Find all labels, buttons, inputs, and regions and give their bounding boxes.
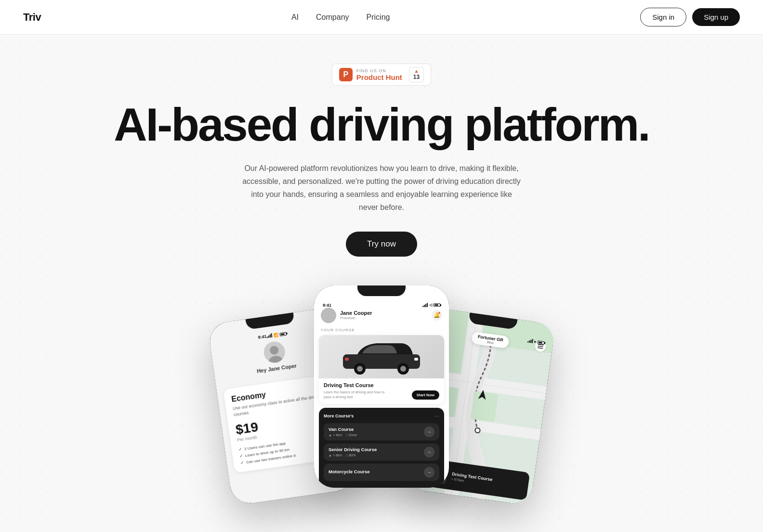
svg-rect-26	[537, 347, 543, 349]
check-icon-3: ✓	[240, 460, 244, 465]
course-senior-name: Senior Driving Course	[329, 447, 377, 452]
battery-tip-left	[286, 332, 288, 334]
hero-section: P FIND US ON Product Hunt ▲ 13 AI-based …	[0, 35, 763, 285]
nav-pricing[interactable]: Pricing	[367, 13, 390, 22]
course-van-name: Van Course	[329, 427, 357, 432]
bell-icon[interactable]: 🔔	[432, 310, 442, 321]
more-dots-icon: ···	[434, 413, 439, 419]
battery-fill-left	[280, 333, 284, 335]
senior-distance: ▲ > 8km	[329, 454, 342, 457]
battery-center	[434, 303, 440, 307]
course-van[interactable]: Van Course ▲ > 4km □ Done →	[324, 423, 439, 441]
car-image	[319, 335, 444, 378]
svg-point-8	[400, 366, 406, 372]
more-courses-title: More Course's	[324, 414, 354, 418]
status-icons-center: ◁	[422, 303, 440, 307]
svg-point-0	[269, 345, 279, 355]
course-van-info: Van Course ▲ > 4km □ Done	[329, 427, 357, 437]
main-course-title: Driving Test Course	[324, 382, 439, 388]
svg-point-6	[357, 366, 363, 372]
main-course-desc: Learn the basics of driving and how to p…	[324, 390, 386, 400]
signal-center	[422, 303, 428, 307]
distance-icon-senior: ▲	[329, 454, 332, 457]
signal-c-4	[427, 303, 428, 307]
senior-arrow-btn[interactable]: →	[424, 447, 434, 457]
phone-center: 9:41 ◁	[314, 285, 449, 488]
signup-button[interactable]: Sign up	[692, 8, 740, 26]
ph-logo-icon: P	[339, 68, 353, 81]
svg-rect-10	[345, 358, 349, 361]
course-motorcycle[interactable]: Motorcycle Course →	[324, 464, 439, 481]
car-svg	[338, 337, 425, 376]
avatar-left	[263, 340, 287, 364]
wifi-icon-center: ◁	[429, 303, 432, 307]
wifi-icon-left: 📶	[273, 332, 278, 337]
ph-find-us-label: FIND US ON	[356, 68, 386, 73]
signin-button[interactable]: Sign in	[640, 8, 686, 26]
hero-subtitle: Our AI-powered platform revolutionizes h…	[242, 162, 521, 214]
start-now-button[interactable]: Start Now	[412, 390, 439, 400]
signal-c-3	[425, 304, 426, 307]
center-user-name: Jane Cooper	[340, 310, 372, 316]
battery-left	[279, 332, 287, 336]
check-icon-1: ✓	[238, 447, 242, 452]
center-user-badge: Premium	[340, 316, 372, 320]
time-center: 9:41	[323, 303, 331, 308]
check-icon-2: ✓	[239, 453, 243, 458]
more-courses-section: More Course's ··· Van Course ▲ > 4km	[319, 408, 444, 488]
van-distance: ▲ > 4km	[329, 433, 342, 437]
center-avatar	[321, 308, 336, 323]
center-avatar-svg	[321, 308, 336, 323]
van-arrow-btn[interactable]: →	[424, 427, 434, 437]
signal-bar-3	[269, 334, 271, 337]
wifi-icon-right: ▸	[534, 339, 537, 344]
center-user-info: Jane Cooper Premium	[321, 308, 372, 323]
battery-right	[538, 340, 545, 345]
van-progress: □ Done	[346, 433, 357, 437]
nav-ai[interactable]: AI	[291, 13, 299, 22]
svg-point-1	[268, 355, 283, 363]
signal-bar-1	[267, 337, 268, 338]
try-now-button[interactable]: Try now	[346, 232, 417, 257]
signal-right	[527, 338, 533, 343]
your-course-label: YOUR COURSE	[314, 328, 449, 332]
moto-arrow-btn[interactable]: →	[424, 467, 434, 478]
course-senior[interactable]: Senior Driving Course ▲ > 8km □ 80%	[324, 443, 439, 461]
map-bottom-info: Driving Test Course > 870km	[451, 471, 493, 486]
greeting-left: Hey Jane Coper	[256, 363, 297, 374]
phone-notch-center	[357, 285, 406, 296]
progress-icon-senior: □	[346, 454, 348, 457]
bell-notification-dot	[438, 311, 441, 314]
course-senior-info: Senior Driving Course ▲ > 8km □ 80%	[329, 447, 377, 457]
phone-screen-center: 9:41 ◁	[314, 285, 449, 488]
phones-showcase: 9:41 📶	[0, 285, 763, 488]
time-left: 9:41	[258, 334, 267, 339]
course-card-row: Learn the basics of driving and how to p…	[324, 390, 439, 400]
course-moto-name: Motorcycle Course	[329, 469, 370, 474]
nav-links: AI Company Pricing	[291, 13, 390, 22]
avatar-svg-left	[266, 343, 284, 363]
navbar: Triv AI Company Pricing Sign in Sign up	[0, 0, 763, 35]
center-phone-header: Jane Cooper Premium 🔔	[314, 308, 449, 323]
ph-upvote-box: ▲ 13	[409, 67, 424, 82]
course-card-info: Driving Test Course Learn the basics of …	[319, 378, 444, 404]
course-van-meta: ▲ > 4km □ Done	[329, 433, 357, 437]
ph-name-label: Product Hunt	[356, 73, 402, 81]
signal-bar-2	[268, 335, 269, 337]
battery-tip-right	[544, 342, 546, 344]
signal-left	[266, 334, 272, 338]
svg-point-3	[322, 318, 335, 323]
product-hunt-badge[interactable]: P FIND US ON Product Hunt ▲ 13	[332, 64, 431, 86]
signal-bar-4	[271, 333, 272, 337]
nav-company[interactable]: Company	[316, 13, 349, 22]
course-moto-info: Motorcycle Course	[329, 469, 370, 476]
battery-tip-center	[440, 304, 441, 306]
progress-icon-van: □	[346, 433, 348, 437]
status-bar-center: 9:41 ◁	[314, 299, 449, 308]
svg-rect-9	[414, 358, 418, 361]
main-course-card: Driving Test Course Learn the basics of …	[319, 335, 444, 404]
ph-upvote-arrow: ▲	[414, 69, 419, 74]
status-icons-left: 📶	[266, 331, 287, 338]
svg-rect-25	[538, 346, 543, 347]
battery-fill-right	[539, 341, 542, 343]
